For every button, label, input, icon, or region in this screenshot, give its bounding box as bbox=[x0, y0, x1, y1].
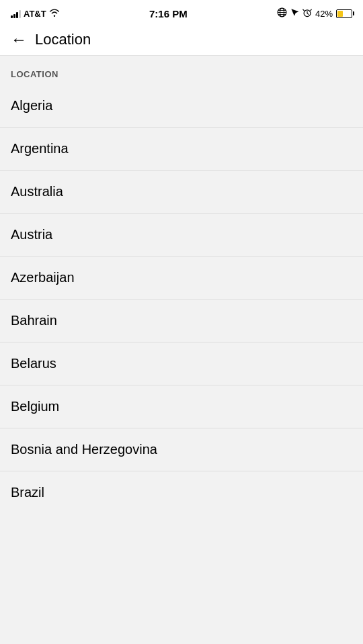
list-item[interactable]: Belgium bbox=[0, 385, 363, 428]
section-label: LOCATION bbox=[0, 56, 363, 85]
list-item[interactable]: Bahrain bbox=[0, 300, 363, 342]
globe-icon bbox=[277, 7, 287, 19]
country-name: Brazil bbox=[11, 485, 44, 500]
country-name: Belarus bbox=[11, 356, 56, 371]
content-area: LOCATION AlgeriaArgentinaAustraliaAustri… bbox=[0, 56, 363, 514]
battery-percent: 42% bbox=[315, 9, 333, 19]
list-item[interactable]: Brazil bbox=[0, 471, 363, 514]
country-name: Azerbaijan bbox=[11, 270, 75, 285]
time-display: 7:16 PM bbox=[149, 8, 188, 19]
status-right: 42% bbox=[277, 7, 352, 19]
back-arrow-icon: ← bbox=[11, 32, 27, 48]
status-bar: AT&T 7:16 PM bbox=[0, 0, 363, 24]
list-item[interactable]: Azerbaijan bbox=[0, 257, 363, 300]
list-item[interactable]: Belarus bbox=[0, 342, 363, 385]
list-item[interactable]: Algeria bbox=[0, 85, 363, 128]
list-item[interactable]: Argentina bbox=[0, 128, 363, 171]
list-item[interactable]: Bosnia and Herzegovina bbox=[0, 428, 363, 471]
alarm-icon bbox=[302, 8, 312, 19]
page-title: Location bbox=[35, 31, 91, 48]
wifi-icon bbox=[49, 8, 60, 19]
list-item[interactable]: Australia bbox=[0, 171, 363, 214]
page-header: ← Location bbox=[0, 24, 363, 56]
country-name: Belgium bbox=[11, 399, 59, 414]
country-name: Australia bbox=[11, 184, 63, 199]
country-name: Bosnia and Herzegovina bbox=[11, 442, 157, 457]
country-name: Bahrain bbox=[11, 313, 57, 328]
status-left: AT&T bbox=[11, 8, 60, 19]
battery-icon bbox=[336, 9, 352, 18]
country-name: Argentina bbox=[11, 141, 69, 156]
signal-icon bbox=[11, 9, 21, 18]
country-list: AlgeriaArgentinaAustraliaAustriaAzerbaij… bbox=[0, 85, 363, 514]
location-arrow-icon bbox=[290, 8, 299, 19]
list-item[interactable]: Austria bbox=[0, 214, 363, 257]
carrier-label: AT&T bbox=[24, 9, 46, 19]
back-button[interactable]: ← bbox=[11, 32, 27, 48]
country-name: Austria bbox=[11, 227, 52, 242]
country-name: Algeria bbox=[11, 98, 52, 113]
